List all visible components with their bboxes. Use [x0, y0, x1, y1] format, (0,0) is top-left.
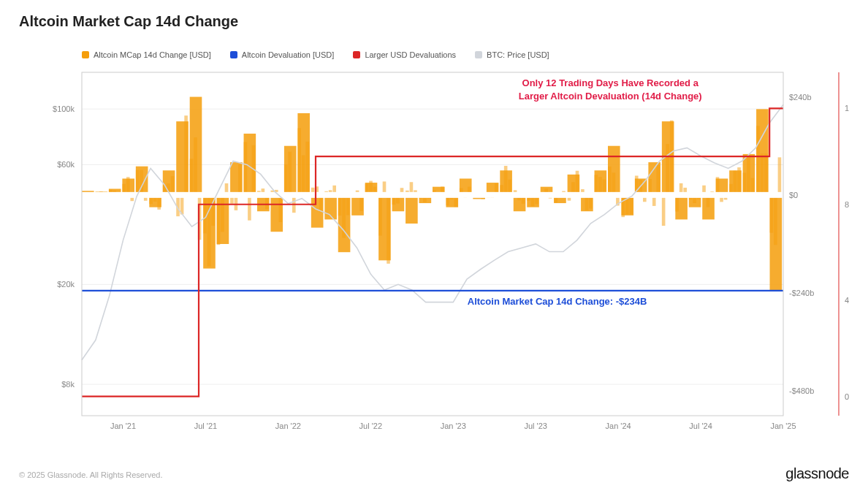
svg-rect-179	[670, 121, 674, 195]
chart-svg: $8k$20k$60k$100k-$480b-$240b$0$240b04812…	[19, 65, 849, 445]
svg-rect-130	[504, 166, 508, 195]
svg-text:Jan '21: Jan '21	[110, 422, 136, 430]
svg-rect-22	[140, 170, 143, 195]
svg-rect-42	[208, 195, 211, 267]
svg-rect-151	[576, 171, 579, 195]
legend: Altcoin MCap 14d Change [USD] Altcoin De…	[82, 50, 849, 59]
legend-item-0: Altcoin MCap 14d Change [USD]	[82, 50, 211, 59]
svg-rect-209	[770, 195, 774, 233]
svg-text:Jul '21: Jul '21	[194, 422, 217, 430]
svg-rect-210	[774, 195, 777, 245]
svg-rect-51	[238, 164, 242, 195]
svg-rect-162	[612, 172, 616, 194]
svg-text:$100k: $100k	[53, 104, 75, 113]
svg-rect-157	[595, 175, 598, 194]
legend-item-1: Altcoin Devaluation [USD]	[230, 50, 335, 59]
svg-text:$20k: $20k	[57, 280, 75, 289]
svg-rect-100	[406, 195, 418, 224]
legend-label-0: Altcoin MCap 14d Change [USD]	[94, 50, 211, 59]
svg-text:Jul '23: Jul '23	[524, 422, 547, 430]
svg-text:$8k: $8k	[61, 380, 75, 389]
svg-rect-41	[203, 195, 207, 234]
legend-swatch-0	[82, 51, 89, 58]
svg-rect-202	[747, 155, 750, 195]
legend-label-3: BTC: Price [USD]	[487, 50, 549, 59]
svg-text:Jul '24: Jul '24	[689, 422, 712, 430]
legend-label-1: Altcoin Devaluation [USD]	[242, 50, 335, 59]
svg-text:$240b: $240b	[789, 93, 812, 102]
svg-rect-207	[764, 153, 768, 194]
svg-rect-37	[190, 159, 194, 194]
page-title: Altcoin Market Cap 14d Change	[19, 13, 849, 30]
svg-rect-201	[743, 173, 747, 195]
svg-text:-$480b: -$480b	[789, 386, 814, 395]
svg-rect-71	[305, 142, 309, 195]
svg-text:Jan '24: Jan '24	[606, 422, 631, 430]
svg-rect-212	[82, 192, 783, 198]
svg-rect-81	[338, 195, 342, 216]
svg-rect-38	[194, 137, 197, 195]
svg-text:0: 0	[845, 392, 849, 401]
svg-rect-175	[656, 165, 660, 195]
svg-text:Jul '22: Jul '22	[359, 422, 382, 430]
svg-rect-93	[378, 195, 382, 236]
svg-rect-177	[662, 195, 666, 226]
svg-rect-66	[288, 152, 292, 195]
chart: $8k$20k$60k$100k-$480b-$240b$0$240b04812…	[19, 65, 849, 445]
svg-rect-178	[666, 144, 669, 195]
svg-rect-35	[184, 115, 188, 195]
svg-rect-83	[346, 195, 350, 216]
svg-text:Jan '23: Jan '23	[441, 422, 466, 430]
svg-rect-69	[297, 128, 301, 194]
svg-text:$0: $0	[789, 191, 798, 199]
svg-text:Jan '22: Jan '22	[275, 422, 301, 430]
svg-rect-165	[621, 195, 625, 217]
svg-rect-198	[734, 171, 737, 195]
svg-rect-54	[248, 195, 251, 221]
svg-rect-199	[737, 167, 741, 195]
svg-text:8: 8	[845, 200, 849, 209]
legend-swatch-3	[475, 51, 482, 58]
svg-text:4: 4	[845, 296, 849, 305]
legend-item-3: BTC: Price [USD]	[475, 50, 549, 59]
legend-swatch-1	[230, 51, 237, 58]
svg-rect-206	[761, 153, 764, 194]
svg-text:-$240b: -$240b	[789, 289, 814, 297]
svg-rect-161	[608, 167, 612, 195]
svg-rect-205	[756, 126, 760, 195]
svg-rect-63	[279, 195, 283, 222]
legend-swatch-2	[353, 51, 360, 58]
svg-rect-53	[244, 142, 248, 194]
svg-rect-65	[284, 164, 288, 195]
svg-text:12: 12	[845, 104, 849, 113]
legend-item-2: Larger USD Devaluations	[353, 50, 456, 59]
svg-rect-95	[387, 195, 390, 264]
copyright: © 2025 Glassnode. All Rights Reserved.	[19, 470, 162, 479]
svg-rect-70	[302, 156, 305, 195]
svg-rect-211	[778, 157, 782, 194]
svg-rect-45	[217, 195, 221, 245]
svg-text:Jan '25: Jan '25	[770, 422, 796, 430]
legend-label-2: Larger USD Devaluations	[365, 50, 456, 59]
svg-text:$60k: $60k	[57, 160, 75, 169]
svg-rect-46	[221, 195, 224, 232]
brand-logo: glassnode	[785, 465, 849, 482]
